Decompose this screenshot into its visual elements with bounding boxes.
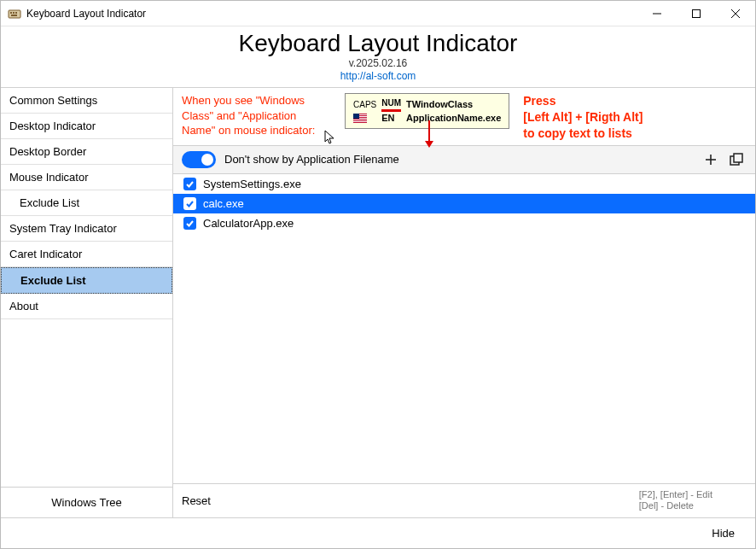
sidebar-item-exclude-list[interactable]: Exclude List	[1, 267, 172, 294]
list-item[interactable]: SystemSettings.exe	[173, 174, 755, 194]
cursor-icon	[324, 130, 336, 145]
bottom-bar: Hide	[1, 517, 755, 548]
main-panel: When you see "Windows Class" and "Applic…	[173, 88, 755, 517]
version-label: v.2025.02.16	[1, 57, 755, 69]
checkbox-icon[interactable]	[183, 197, 196, 210]
list-item-label: calc.exe	[203, 197, 244, 210]
hint-delete: [Del] - Delete	[639, 500, 712, 512]
svg-rect-4	[11, 15, 17, 16]
arrow-down-icon	[423, 120, 435, 149]
hide-button[interactable]: Hide	[703, 525, 743, 541]
sidebar-item-desktop-border[interactable]: Desktop Border	[1, 139, 172, 165]
checkbox-icon[interactable]	[183, 217, 196, 230]
sidebar-item-system-tray-indicator[interactable]: System Tray Indicator	[1, 216, 172, 242]
window-class-label: TWindowClass	[406, 99, 473, 109]
sidebar-item-about[interactable]: About	[1, 294, 172, 319]
hint-r1: Press	[523, 93, 643, 109]
main-footer: Reset [F2], [Enter] - Edit [Del] - Delet…	[173, 483, 755, 518]
list-item[interactable]: CalculatorApp.exe	[173, 213, 755, 233]
sidebar: Common SettingsDesktop IndicatorDesktop …	[1, 88, 173, 517]
toggle-knob	[201, 154, 213, 166]
sidebar-item-mouse-indicator[interactable]: Mouse Indicator	[1, 165, 172, 190]
app-window: Keyboard Layout Indicator Keyboard Layou…	[0, 0, 756, 549]
titlebar: Keyboard Layout Indicator	[1, 1, 755, 26]
caps-label: CAPS	[353, 100, 376, 109]
hint-r2: [Left Alt] + [Rigth Alt]	[523, 109, 643, 126]
sidebar-item-desktop-indicator[interactable]: Desktop Indicator	[1, 114, 172, 139]
checkbox-icon[interactable]	[183, 178, 196, 190]
sidebar-item-exclude-list[interactable]: Exclude List	[1, 190, 172, 216]
lang-label: EN	[381, 113, 394, 123]
content-area: Common SettingsDesktop IndicatorDesktop …	[1, 87, 755, 517]
svg-rect-15	[353, 114, 359, 119]
svg-rect-6	[693, 9, 701, 17]
svg-rect-3	[15, 12, 17, 14]
app-icon	[8, 7, 21, 20]
svg-rect-14	[353, 121, 367, 122]
website-link[interactable]: http://al-soft.com	[340, 70, 416, 82]
close-button[interactable]	[716, 1, 755, 26]
windows-tree-button[interactable]: Windows Tree	[1, 487, 172, 517]
num-label: NUM	[381, 98, 401, 108]
duplicate-icon[interactable]	[730, 153, 745, 166]
add-icon[interactable]	[704, 153, 718, 166]
nav-list: Common SettingsDesktop IndicatorDesktop …	[1, 88, 172, 487]
svg-rect-13	[353, 120, 367, 120]
toggle-label: Don't show by Application Filename	[224, 153, 695, 166]
sidebar-item-caret-indicator[interactable]: Caret Indicator	[1, 242, 172, 267]
hint-r3: to copy text to lists	[523, 126, 643, 142]
sidebar-item-common-settings[interactable]: Common Settings	[1, 88, 172, 114]
hint-right-text: Press [Left Alt] + [Rigth Alt] to copy t…	[523, 93, 643, 142]
maximize-button[interactable]	[677, 1, 716, 26]
hint-row: When you see "Windows Class" and "Applic…	[173, 88, 755, 145]
toggle-row: Don't show by Application Filename	[173, 145, 755, 174]
minimize-button[interactable]	[637, 1, 677, 26]
hint-left-label: When you see "Windows Class" and "Applic…	[182, 94, 315, 137]
hint-edit: [F2], [Enter] - Edit	[639, 489, 712, 501]
reset-button[interactable]: Reset	[182, 494, 352, 507]
svg-rect-2	[13, 12, 15, 14]
hint-left-text: When you see "Windows Class" and "Applic…	[182, 93, 331, 138]
filter-toggle[interactable]	[182, 151, 216, 168]
tooltip-wrapper: CAPS NUM TWindowClass EN	[345, 93, 509, 129]
footer-hints: [F2], [Enter] - Edit [Del] - Delete	[639, 489, 712, 513]
svg-rect-20	[734, 154, 742, 162]
list-item-label: CalculatorApp.exe	[203, 217, 294, 230]
app-name-label: ApplicationName.exe	[406, 113, 501, 123]
exclude-list: SystemSettings.execalc.exeCalculatorApp.…	[173, 174, 755, 483]
page-title: Keyboard Layout Indicator	[1, 30, 755, 57]
flag-icon	[353, 114, 376, 123]
page-header: Keyboard Layout Indicator v.2025.02.16 h…	[1, 26, 755, 87]
window-title: Keyboard Layout Indicator	[26, 8, 637, 20]
svg-rect-0	[9, 10, 20, 18]
list-item-label: SystemSettings.exe	[203, 178, 301, 190]
list-item[interactable]: calc.exe	[173, 194, 755, 213]
svg-rect-1	[10, 12, 12, 14]
